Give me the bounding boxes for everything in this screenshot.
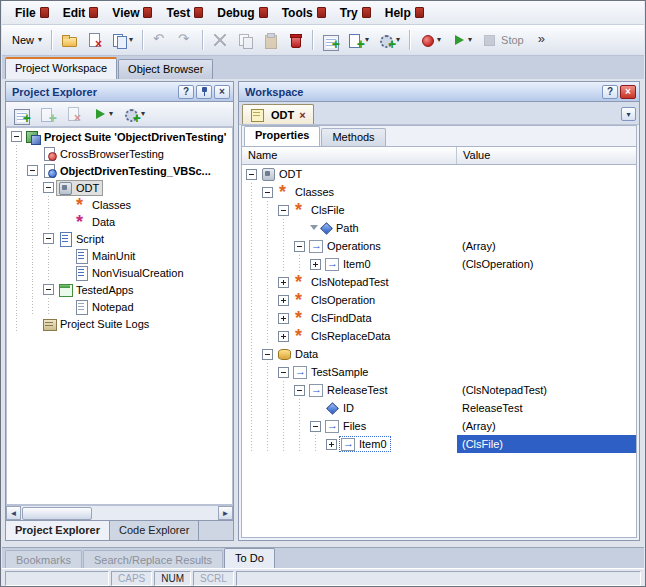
tree-item-project-suite-objectdriventesting[interactable]: Project Suite 'ObjectDrivenTesting' [7, 128, 232, 145]
workspace-help-button[interactable]: ? [602, 85, 618, 99]
grid-value-cell[interactable] [457, 165, 636, 183]
tree-item-notepad[interactable]: Notepad [7, 298, 232, 315]
tab-list-button[interactable]: ▾ [621, 107, 636, 121]
grid-value-cell[interactable] [457, 327, 636, 345]
tab-close-icon[interactable]: × [299, 109, 305, 121]
scroll-right-arrow-icon[interactable]: ► [218, 506, 233, 520]
view-tab-properties[interactable]: Properties [244, 126, 320, 146]
grid-value-cell[interactable] [457, 345, 636, 363]
run-button[interactable]: ▾ [446, 28, 476, 52]
menu-help[interactable]: Help [378, 3, 431, 23]
grid-value-cell[interactable] [457, 201, 636, 219]
add-new-item-button[interactable] [9, 104, 33, 125]
tree-item-mainunit[interactable]: MainUnit [7, 247, 232, 264]
minus-expander-icon[interactable] [43, 284, 54, 295]
grid-value-cell[interactable] [457, 363, 636, 381]
add-new-item-button[interactable] [318, 28, 342, 52]
grid-value-cell[interactable] [457, 219, 636, 237]
tab-project-workspace[interactable]: Project Workspace [5, 57, 117, 79]
project-options-button[interactable]: ▾ [119, 104, 149, 125]
view-tab-methods[interactable]: Methods [321, 128, 385, 146]
plus-expander-icon[interactable] [326, 439, 337, 450]
minus-expander-icon[interactable] [294, 241, 305, 252]
bottom-tab-project-explorer[interactable]: Project Explorer [6, 521, 110, 540]
delete-button[interactable] [283, 28, 307, 52]
grid-value-cell[interactable]: ReleaseTest [457, 399, 636, 417]
menu-test[interactable]: Test [159, 3, 210, 23]
menu-edit[interactable]: Edit [56, 3, 106, 23]
plus-expander-icon[interactable] [310, 259, 321, 270]
open-file-button[interactable] [57, 28, 81, 52]
grid-row-testsample[interactable]: TestSample [242, 363, 636, 381]
minus-expander-icon[interactable] [294, 385, 305, 396]
grid-row-clsoperation[interactable]: ClsOperation [242, 291, 636, 309]
plus-expander-icon[interactable] [278, 295, 289, 306]
value-column-header[interactable]: Value [457, 147, 636, 164]
plus-expander-icon[interactable] [278, 331, 289, 342]
grid-value-cell[interactable] [457, 291, 636, 309]
menu-view[interactable]: View [105, 3, 159, 23]
close-button[interactable]: × [214, 85, 230, 99]
grid-row-clsnotepadtest[interactable]: ClsNotepadTest [242, 273, 636, 291]
new-button[interactable]: New▾ [6, 28, 46, 52]
menu-try[interactable]: Try [333, 3, 378, 23]
grid-value-cell[interactable] [457, 183, 636, 201]
grid-value-cell[interactable]: (Array) [457, 417, 636, 435]
panel-tab-bookmarks[interactable]: Bookmarks [5, 550, 82, 568]
record-button[interactable]: ▾ [415, 28, 445, 52]
minus-expander-icon[interactable] [43, 233, 54, 244]
minus-expander-icon[interactable] [278, 367, 289, 378]
tab-object-browser[interactable]: Object Browser [118, 59, 213, 79]
grid-row-id[interactable]: IDReleaseTest [242, 399, 636, 417]
grid-value-cell[interactable] [457, 273, 636, 291]
bottom-tab-code-explorer[interactable]: Code Explorer [110, 521, 199, 540]
minus-expander-icon[interactable] [246, 169, 257, 180]
tree-item-classes[interactable]: Classes [7, 196, 232, 213]
menu-file[interactable]: File [8, 3, 56, 23]
tree-item-project-suite-logs[interactable]: Project Suite Logs [7, 315, 232, 332]
document-tab-odt[interactable]: ODT × [242, 104, 314, 124]
tree-item-testedapps[interactable]: TestedApps [7, 281, 232, 298]
add-project-item-button[interactable]: ▾ [374, 28, 404, 52]
minus-expander-icon[interactable] [310, 421, 321, 432]
close-file-button[interactable] [82, 28, 106, 52]
tree-item-script[interactable]: Script [7, 230, 232, 247]
panel-tab-to-do[interactable]: To Do [224, 548, 275, 568]
grid-value-cell[interactable]: (Array) [457, 237, 636, 255]
grid-row-clsreplacedata[interactable]: ClsReplaceData [242, 327, 636, 345]
pin-button[interactable] [196, 85, 212, 99]
tree-item-objectdriventesting-vbsc[interactable]: ObjectDrivenTesting_VBSc... [7, 162, 232, 179]
grid-row-files[interactable]: Files(Array) [242, 417, 636, 435]
minus-expander-icon[interactable] [11, 131, 22, 142]
grid-row-item0[interactable]: Item0(ClsFile) [242, 435, 636, 453]
grid-row-classes[interactable]: Classes [242, 183, 636, 201]
scroll-thumb[interactable] [22, 507, 92, 520]
help-button[interactable]: ? [178, 85, 194, 99]
minus-expander-icon[interactable] [27, 165, 38, 176]
save-button[interactable]: ▾ [107, 28, 137, 52]
grid-value-cell[interactable]: (ClsOperation) [457, 255, 636, 273]
grid-row-clsfinddata[interactable]: ClsFindData [242, 309, 636, 327]
menu-tools[interactable]: Tools [275, 3, 333, 23]
grid-value-cell[interactable]: (ClsNotepadTest) [457, 381, 636, 399]
grid-row-data[interactable]: Data [242, 345, 636, 363]
run-project-button[interactable]: ▾ [87, 104, 117, 125]
tree-item-nonvisualcreation[interactable]: NonVisualCreation [7, 264, 232, 281]
plus-expander-icon[interactable] [278, 277, 289, 288]
toolbar-overflow-button[interactable] [531, 28, 555, 52]
minus-expander-icon[interactable] [43, 182, 54, 193]
workspace-close-button[interactable]: × [620, 85, 636, 99]
scroll-left-arrow-icon[interactable]: ◄ [6, 506, 21, 520]
name-column-header[interactable]: Name [242, 147, 457, 164]
plus-expander-icon[interactable] [278, 313, 289, 324]
grid-row-releasetest[interactable]: ReleaseTest(ClsNotepadTest) [242, 381, 636, 399]
tree-item-data[interactable]: Data [7, 213, 232, 230]
minus-expander-icon[interactable] [262, 349, 273, 360]
grid-value-cell[interactable] [457, 309, 636, 327]
menu-debug[interactable]: Debug [210, 3, 274, 23]
grid-value-cell[interactable]: (ClsFile) [457, 435, 636, 453]
panel-tab-search-replace-results[interactable]: Search/Replace Results [83, 550, 223, 568]
tree-item-crossbrowsertesting[interactable]: CrossBrowserTesting [7, 145, 232, 162]
horizontal-scrollbar[interactable]: ◄ ► [6, 505, 233, 520]
grid-row-odt[interactable]: ODT [242, 165, 636, 183]
